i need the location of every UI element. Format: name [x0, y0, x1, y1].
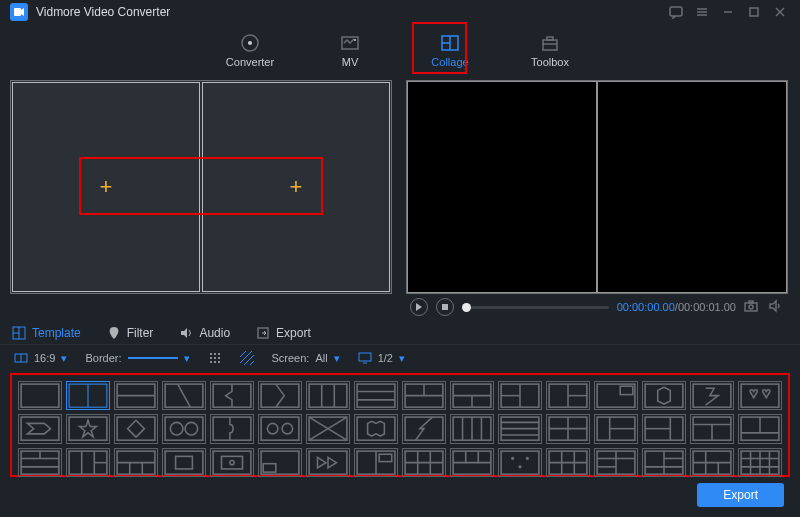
- svg-line-38: [240, 351, 246, 357]
- tmpl-single[interactable]: [18, 381, 62, 410]
- minimize-button[interactable]: [718, 2, 738, 22]
- tmpl-right-split[interactable]: [546, 381, 590, 410]
- svg-rect-89: [357, 417, 395, 440]
- tab-template[interactable]: Template: [10, 322, 83, 344]
- tmpl-left-split[interactable]: [498, 381, 542, 410]
- tmpl-hex[interactable]: [642, 381, 686, 410]
- collage-cell-left[interactable]: +: [12, 82, 200, 292]
- tmpl-tall-l[interactable]: [594, 414, 638, 443]
- feedback-icon[interactable]: [666, 2, 686, 22]
- tmpl-dots[interactable]: [498, 448, 542, 477]
- svg-point-31: [218, 353, 220, 355]
- tmpl-wide-t[interactable]: [690, 414, 734, 443]
- tmpl-hearts[interactable]: [738, 381, 782, 410]
- tmpl-4row[interactable]: [498, 414, 542, 443]
- svg-point-85: [282, 424, 292, 434]
- stop-button[interactable]: [436, 298, 454, 316]
- tmpl-grid22[interactable]: [546, 414, 590, 443]
- tmpl-zig[interactable]: [690, 381, 734, 410]
- menu-icon[interactable]: [692, 2, 712, 22]
- tab-export[interactable]: Export: [254, 322, 313, 344]
- tmpl-chevron[interactable]: [18, 414, 62, 443]
- tmpl-grid32-a[interactable]: [402, 448, 446, 477]
- monitor-icon: [358, 351, 372, 365]
- tmpl-puzzle[interactable]: [210, 414, 254, 443]
- filter-icon: [107, 326, 121, 340]
- svg-point-29: [210, 353, 212, 355]
- tab-filter[interactable]: Filter: [105, 322, 156, 344]
- svg-rect-56: [357, 384, 395, 407]
- snapshot-button[interactable]: [744, 299, 760, 315]
- tmpl-quad-t[interactable]: [594, 448, 638, 477]
- tmpl-2circle[interactable]: [162, 414, 206, 443]
- tmpl-diag[interactable]: [162, 381, 206, 410]
- tmpl-target[interactable]: [210, 448, 254, 477]
- svg-point-35: [210, 361, 212, 363]
- page-select[interactable]: 1/2 ▾: [358, 351, 405, 365]
- border-control[interactable]: Border: ▾: [85, 352, 189, 365]
- tmpl-stack3[interactable]: [450, 448, 494, 477]
- svg-rect-75: [741, 384, 779, 407]
- tmpl-2oval[interactable]: [258, 414, 302, 443]
- tmpl-bot-split[interactable]: [450, 381, 494, 410]
- seek-bar[interactable]: [462, 306, 609, 309]
- tmpl-arrow[interactable]: [258, 381, 302, 410]
- border-style-dots[interactable]: [208, 351, 222, 365]
- tmpl-grid32-b[interactable]: [546, 448, 590, 477]
- svg-point-148: [518, 465, 521, 468]
- tmpl-split-v[interactable]: [66, 381, 110, 410]
- tmpl-quad-b[interactable]: [642, 448, 686, 477]
- collage-cell-right[interactable]: +: [202, 82, 390, 292]
- toolbox-icon: [540, 32, 560, 54]
- play-button[interactable]: [410, 298, 428, 316]
- svg-rect-20: [745, 303, 757, 311]
- tab-audio[interactable]: Audio: [177, 322, 232, 344]
- nav-converter[interactable]: Converter: [215, 28, 285, 72]
- tmpl-quad-l[interactable]: [690, 448, 734, 477]
- svg-point-81: [185, 423, 198, 436]
- svg-rect-145: [501, 451, 539, 474]
- tmpl-wide-b[interactable]: [738, 414, 782, 443]
- tmpl-window[interactable]: [162, 448, 206, 477]
- tmpl-3row[interactable]: [354, 381, 398, 410]
- playbar: 00:00:00.00/00:00:01.00: [406, 294, 788, 316]
- export-icon: [256, 326, 270, 340]
- tmpl-notch-l[interactable]: [210, 381, 254, 410]
- tmpl-3col[interactable]: [306, 381, 350, 410]
- tmpl-grid43[interactable]: [738, 448, 782, 477]
- export-button[interactable]: Export: [697, 483, 784, 507]
- tmpl-x[interactable]: [306, 414, 350, 443]
- tmpl-star[interactable]: [66, 414, 110, 443]
- border-style-hatch[interactable]: [240, 351, 254, 365]
- tmpl-ff[interactable]: [306, 448, 350, 477]
- close-button[interactable]: [770, 2, 790, 22]
- tmpl-badge[interactable]: [354, 414, 398, 443]
- tmpl-tall-r[interactable]: [642, 414, 686, 443]
- nav-toolbox[interactable]: Toolbox: [515, 28, 585, 72]
- seek-thumb[interactable]: [462, 303, 471, 312]
- option-bar: 16:9 ▾ Border: ▾ Screen: All ▾ 1/2 ▾: [0, 345, 800, 371]
- nav-mv[interactable]: MV: [315, 28, 385, 72]
- border-preview: [128, 357, 178, 359]
- tmpl-half-pip[interactable]: [354, 448, 398, 477]
- svg-rect-128: [213, 451, 251, 474]
- screen-select[interactable]: Screen: All ▾: [272, 352, 340, 365]
- tmpl-3col-splitright[interactable]: [66, 448, 110, 477]
- tmpl-split-h[interactable]: [114, 381, 158, 410]
- nav-collage[interactable]: Collage: [415, 28, 485, 72]
- ratio-select[interactable]: 16:9 ▾: [14, 351, 67, 365]
- svg-point-37: [218, 361, 220, 363]
- tmpl-diamond[interactable]: [114, 414, 158, 443]
- maximize-button[interactable]: [744, 2, 764, 22]
- tmpl-slash[interactable]: [402, 414, 446, 443]
- volume-button[interactable]: [768, 299, 784, 315]
- tmpl-top-split[interactable]: [402, 381, 446, 410]
- svg-rect-16: [543, 40, 557, 50]
- svg-point-34: [218, 357, 220, 359]
- tmpl-3row-splittop[interactable]: [18, 448, 62, 477]
- tmpl-inset[interactable]: [114, 448, 158, 477]
- tmpl-4col[interactable]: [450, 414, 494, 443]
- svg-point-33: [214, 357, 216, 359]
- tmpl-pip-tr[interactable]: [594, 381, 638, 410]
- tmpl-pip-bl[interactable]: [258, 448, 302, 477]
